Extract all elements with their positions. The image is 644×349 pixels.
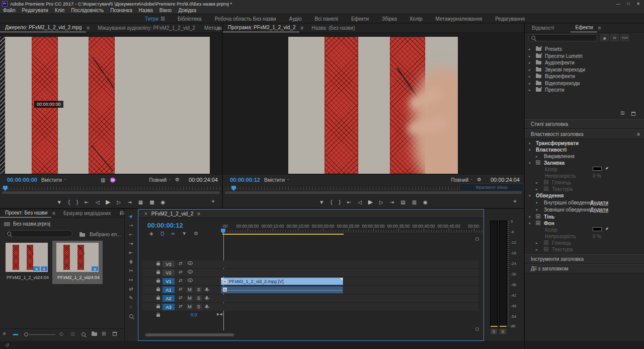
solo-left-button[interactable]: S	[491, 329, 497, 334]
menu-title[interactable]: Назва	[139, 8, 153, 13]
go-to-out-button[interactable]: ⇥	[390, 199, 394, 205]
maximize-icon[interactable]: □	[627, 2, 629, 6]
rolling-edit-tool[interactable]: ⇤	[125, 248, 137, 257]
step-forward-button[interactable]: ▷	[117, 199, 121, 205]
ripple-edit-tool[interactable]: ⇥	[125, 239, 137, 248]
effects-folder-video-effects[interactable]: ▸ Відеоефекти	[525, 73, 644, 80]
export-frame-button[interactable]: ◉	[423, 199, 428, 205]
source-scrubber[interactable]	[0, 186, 222, 194]
color-swatch[interactable]	[593, 167, 602, 171]
rate-stretch-tool[interactable]: ⋕	[125, 257, 137, 266]
track-select-forward-tool[interactable]: ⇢	[125, 221, 137, 230]
solo-right-button[interactable]: S	[500, 329, 506, 334]
program-playhead[interactable]	[231, 186, 236, 191]
color-swatch[interactable]	[593, 227, 602, 231]
effects-search-input[interactable]	[529, 34, 597, 41]
workspace-assembly[interactable]: Збірка	[382, 16, 397, 22]
texture-checkbox[interactable]: –	[544, 186, 548, 191]
lock-icon[interactable]	[156, 289, 160, 291]
overwrite-button[interactable]: ▩	[149, 199, 154, 205]
timeline-hscrollbar[interactable]	[145, 333, 234, 336]
track-badge-v3[interactable]: V3	[163, 261, 175, 267]
play-button[interactable]: ▶	[368, 198, 373, 205]
lock-icon[interactable]	[156, 280, 160, 283]
lock-icon[interactable]	[156, 271, 160, 274]
delete-button[interactable]	[113, 332, 117, 336]
prop-strokes[interactable]: ▾ Обведення	[525, 192, 644, 199]
workspace-titles[interactable]: Титри	[145, 16, 165, 22]
timeline-settings-wrench-icon[interactable]: ⚙	[194, 231, 198, 236]
voiceover-record-icon[interactable]	[206, 296, 208, 299]
find-button[interactable]	[82, 332, 86, 336]
step-forward-button[interactable]: ▷	[379, 199, 383, 205]
mute-track-button[interactable]: M	[187, 287, 193, 293]
effects-folder-audio-transitions[interactable]: ▸ Звукові переходи	[525, 66, 644, 73]
workspace-library[interactable]: Бібліотека	[178, 16, 202, 22]
lock-icon[interactable]	[156, 297, 160, 300]
panel-menu-icon[interactable]: ≡	[197, 211, 200, 217]
effects-folder-video-transitions[interactable]: ▸ Відеопереходи	[525, 80, 644, 87]
timeline-ruler[interactable]: 00:00 00:00:05:00 00:00:10:00 00:00:15:0…	[222, 223, 482, 234]
zoom-slider-track[interactable]	[29, 334, 55, 335]
new-bin-button[interactable]	[92, 332, 97, 336]
prop-outer-strokes[interactable]: ▾ Зовнішні обведення Додати	[525, 206, 644, 213]
tab-program[interactable]: Програма: PFxM2_1_2_vid_2	[223, 25, 299, 32]
tab-audio-clip-mixer[interactable]: Мікшування аудіокліпу: PFxM2_1_2_vid_2	[93, 25, 199, 32]
keyframe-nav-icon[interactable]: ▶◀	[217, 312, 222, 316]
panel-divider[interactable]	[222, 24, 223, 208]
menu-sequence[interactable]: Послідовність	[71, 8, 104, 13]
shadow-checkbox[interactable]: –	[536, 214, 540, 219]
sync-lock-icon[interactable]: ⇄	[179, 269, 183, 274]
insert-button[interactable]: ▦	[138, 199, 143, 205]
go-to-out-button[interactable]: ⇥	[127, 199, 131, 205]
button-editor-plus[interactable]: +	[513, 198, 517, 205]
effects-folder-presets-2[interactable]: ▸ Пресети	[525, 87, 644, 93]
effects-folder-presets[interactable]: ▸ Presets	[525, 46, 644, 52]
vscroll-handle-bottom[interactable]	[475, 327, 479, 331]
program-video-frame[interactable]	[288, 37, 458, 174]
prop-distort[interactable]: ▸ Викривлення	[525, 153, 644, 160]
workspace-effects[interactable]: Ефекти	[351, 16, 369, 22]
menu-window[interactable]: Вікно	[159, 8, 172, 13]
zoom-slider-handle[interactable]	[24, 332, 28, 336]
tab-source[interactable]: Джерело: PFxM2_1_2_vid_2.mpg	[0, 25, 86, 32]
list-view-button[interactable]: ≡	[3, 331, 6, 336]
vscroll-handle-top[interactable]	[475, 237, 479, 241]
selection-tool[interactable]: ➤	[125, 212, 137, 221]
linked-selection-icon[interactable]: ∞	[171, 231, 175, 236]
close-icon[interactable]: ✕	[636, 2, 640, 6]
add-marker-button[interactable]: ▼	[57, 199, 62, 205]
new-custom-bin-icon[interactable]: ⊞	[620, 110, 624, 116]
master-gain-value[interactable]: 0,0	[191, 312, 197, 317]
razor-tool[interactable]: ✂	[125, 266, 137, 275]
mark-out-button[interactable]: }	[76, 199, 78, 205]
workspace-audio[interactable]: Аудіо	[289, 16, 302, 22]
slide-tool[interactable]: ⇄	[125, 285, 137, 293]
prop-fill-texture[interactable]: ▸ – Текстура	[525, 186, 644, 192]
panel-menu-icon[interactable]: ≡	[637, 131, 640, 137]
automate-to-sequence-button[interactable]: ▥	[70, 331, 75, 336]
button-editor-plus[interactable]: +	[211, 198, 215, 205]
texture-checkbox[interactable]: –	[544, 247, 548, 251]
icon-view-button[interactable]: ▬	[13, 331, 18, 336]
title-actions-header[interactable]: Дії з заголовком	[525, 264, 644, 273]
solo-track-button[interactable]: S	[196, 287, 202, 293]
close-sequence-icon[interactable]: ×	[144, 211, 147, 217]
sequence-tab[interactable]: PFxM2_1_2_vid_2	[151, 211, 193, 217]
tab-project[interactable]: Проект: Без назви	[0, 210, 51, 218]
panel-divider[interactable]	[124, 209, 125, 341]
source-scrollbar[interactable]	[2, 191, 220, 194]
add-outer-stroke-link[interactable]: Додати	[590, 207, 608, 213]
eyedropper-icon[interactable]: ✒	[604, 165, 610, 171]
voiceover-record-icon[interactable]	[206, 305, 208, 308]
extract-button[interactable]: ▥	[412, 199, 417, 205]
lock-icon[interactable]	[156, 263, 160, 265]
nested-sequence-icon[interactable]: ◈	[149, 231, 153, 236]
tab-effects[interactable]: Ефекти	[571, 25, 597, 32]
track-badge-v2[interactable]: V2	[163, 269, 175, 276]
tab-title-designer[interactable]: Назва: (Без назви)	[306, 25, 359, 32]
menu-file[interactable]: Файл	[3, 8, 16, 13]
sheen-checkbox[interactable]: –	[544, 180, 548, 184]
settings-wrench-icon[interactable]: ⚙	[175, 177, 180, 182]
search-in-bin-icon[interactable]	[79, 233, 85, 237]
